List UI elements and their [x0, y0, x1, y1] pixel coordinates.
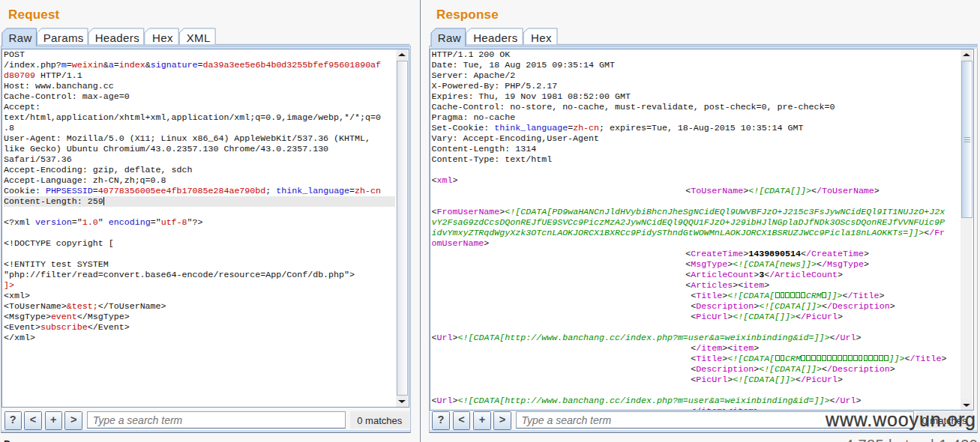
svg-text:Raw: Raw: [437, 31, 460, 44]
svg-text:Hex: Hex: [531, 31, 552, 44]
svg-text:Headers: Headers: [473, 31, 518, 44]
svg-text:Headers: Headers: [95, 31, 140, 44]
svg-text:Params: Params: [43, 31, 84, 44]
svg-text:XML: XML: [187, 31, 211, 44]
svg-text:Hex: Hex: [152, 31, 173, 44]
svg-text:Raw: Raw: [8, 31, 31, 44]
